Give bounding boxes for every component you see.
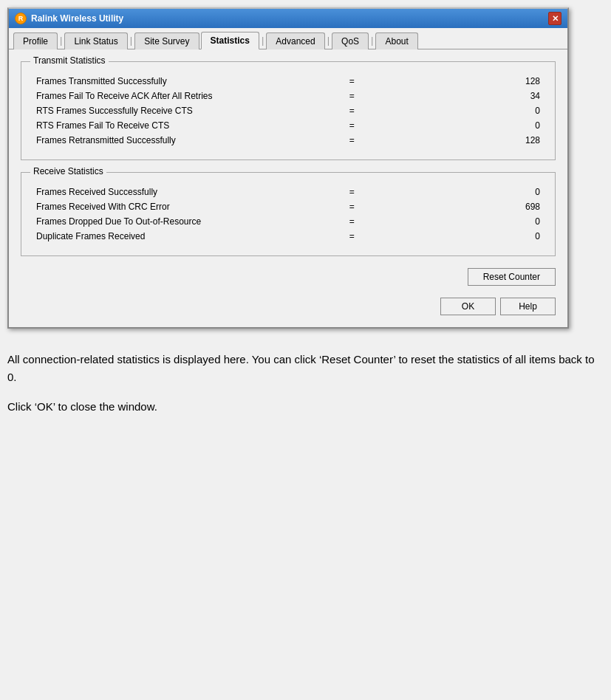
receive-label-3: Duplicate Frames Received — [33, 229, 339, 244]
receive-equals-3: = — [339, 229, 365, 244]
receive-value-2: 0 — [365, 214, 544, 229]
receive-value-0: 0 — [365, 185, 544, 199]
transmit-value-4: 128 — [365, 133, 544, 148]
content-area: Transmit Statistics Frames Transmitted S… — [9, 49, 567, 327]
transmit-statistics-group: Transmit Statistics Frames Transmitted S… — [21, 61, 556, 160]
receive-label-0: Frames Received Successfully — [33, 185, 339, 199]
receive-group-label: Receive Statistics — [30, 166, 106, 176]
tab-qos[interactable]: QoS — [332, 32, 369, 49]
window-title: Ralink Wireless Utility — [31, 13, 123, 24]
ok-button[interactable]: OK — [440, 298, 496, 315]
description-line2: Click ‘OK’ to close the window. — [7, 398, 604, 416]
transmit-equals-0: = — [339, 74, 365, 89]
receive-statistics-group: Receive Statistics Frames Received Succe… — [21, 172, 556, 256]
tab-advanced[interactable]: Advanced — [266, 32, 324, 49]
transmit-row-4: Frames Retransmitted Successfully = 128 — [33, 133, 543, 148]
transmit-value-2: 0 — [365, 103, 544, 118]
transmit-value-3: 0 — [365, 118, 544, 133]
tab-bar: Profile | Link Status | Site Survey Stat… — [9, 28, 567, 49]
reset-counter-button[interactable]: Reset Counter — [468, 268, 556, 286]
tab-sep-5: | — [370, 35, 374, 46]
main-window: R Ralink Wireless Utility ✕ Profile | Li… — [7, 7, 569, 329]
receive-row-3: Duplicate Frames Received = 0 — [33, 229, 543, 244]
receive-value-1: 698 — [365, 199, 544, 214]
transmit-label-3: RTS Frames Fail To Receive CTS — [33, 118, 339, 133]
tab-sep-1: | — [59, 35, 63, 46]
tab-profile[interactable]: Profile — [13, 32, 58, 49]
description-area: All connection-related statistics is dis… — [7, 351, 604, 416]
transmit-value-1: 34 — [365, 89, 544, 103]
transmit-row-1: Frames Fail To Receive ACK After All Ret… — [33, 89, 543, 103]
tab-sep-4: | — [327, 35, 330, 46]
help-button[interactable]: Help — [500, 298, 556, 315]
transmit-table: Frames Transmitted Successfully = 128 Fr… — [33, 74, 543, 148]
tab-about[interactable]: About — [375, 32, 417, 49]
transmit-label-4: Frames Retransmitted Successfully — [33, 133, 339, 148]
title-bar-left: R Ralink Wireless Utility — [15, 13, 123, 24]
tab-sep-2: | — [129, 35, 133, 46]
receive-label-2: Frames Dropped Due To Out-of-Resource — [33, 214, 339, 229]
transmit-equals-2: = — [339, 103, 365, 118]
tab-link-status[interactable]: Link Status — [64, 32, 127, 49]
transmit-label-2: RTS Frames Successfully Receive CTS — [33, 103, 339, 118]
receive-equals-0: = — [339, 185, 365, 199]
description-line1: All connection-related statistics is dis… — [7, 351, 604, 386]
transmit-label-1: Frames Fail To Receive ACK After All Ret… — [33, 89, 339, 103]
transmit-equals-1: = — [339, 89, 365, 103]
receive-value-3: 0 — [365, 229, 544, 244]
transmit-group-label: Transmit Statistics — [30, 55, 109, 66]
transmit-row-0: Frames Transmitted Successfully = 128 — [33, 74, 543, 89]
reset-counter-row: Reset Counter — [21, 268, 556, 286]
close-button[interactable]: ✕ — [548, 12, 561, 25]
receive-row-0: Frames Received Successfully = 0 — [33, 185, 543, 199]
tab-sep-3: | — [261, 35, 264, 46]
transmit-value-0: 128 — [365, 74, 544, 89]
transmit-equals-4: = — [339, 133, 365, 148]
receive-label-1: Frames Received With CRC Error — [33, 199, 339, 214]
bottom-button-row: OK Help — [21, 293, 556, 318]
tab-statistics[interactable]: Statistics — [201, 32, 259, 49]
transmit-label-0: Frames Transmitted Successfully — [33, 74, 339, 89]
transmit-row-3: RTS Frames Fail To Receive CTS = 0 — [33, 118, 543, 133]
receive-row-1: Frames Received With CRC Error = 698 — [33, 199, 543, 214]
receive-row-2: Frames Dropped Due To Out-of-Resource = … — [33, 214, 543, 229]
receive-equals-2: = — [339, 214, 365, 229]
receive-equals-1: = — [339, 199, 365, 214]
transmit-equals-3: = — [339, 118, 365, 133]
tab-site-survey[interactable]: Site Survey — [134, 32, 199, 49]
receive-table: Frames Received Successfully = 0 Frames … — [33, 185, 543, 244]
transmit-row-2: RTS Frames Successfully Receive CTS = 0 — [33, 103, 543, 118]
title-bar: R Ralink Wireless Utility ✕ — [9, 9, 567, 28]
app-icon: R — [15, 13, 27, 24]
